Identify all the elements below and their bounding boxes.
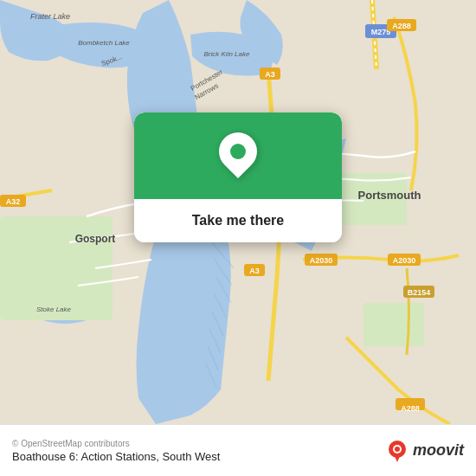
svg-text:Frater Lake: Frater Lake — [30, 12, 70, 21]
moovit-brand-text: moovit — [413, 441, 464, 460]
svg-text:A32: A32 — [6, 197, 21, 206]
popup-header — [134, 113, 342, 199]
location-pin-container — [219, 132, 257, 179]
location-pin-dot — [230, 144, 246, 159]
svg-text:Portsmouth: Portsmouth — [358, 189, 421, 202]
bottom-info: © OpenStreetMap contributors Boathouse 6… — [12, 439, 220, 463]
map-container[interactable]: M275 A3 A3 A3 A288 A288 A2030 A2030 A32 … — [0, 0, 476, 424]
svg-text:Bombketch Lake: Bombketch Lake — [78, 39, 130, 47]
destination-label: Boathouse 6: Action Stations, South West — [12, 450, 220, 463]
svg-rect-3 — [363, 303, 424, 346]
svg-text:A2030: A2030 — [393, 256, 416, 265]
moovit-icon — [385, 439, 409, 463]
navigation-popup: Take me there — [134, 113, 342, 242]
svg-text:B2154: B2154 — [408, 288, 431, 297]
bottom-bar: © OpenStreetMap contributors Boathouse 6… — [0, 424, 476, 476]
svg-text:A288: A288 — [401, 404, 420, 413]
svg-text:A2030: A2030 — [310, 256, 333, 265]
svg-text:Brick Kiln Lake: Brick Kiln Lake — [204, 50, 250, 58]
svg-text:Gosport: Gosport — [75, 233, 116, 245]
svg-text:A3: A3 — [249, 267, 260, 275]
osm-attribution: © OpenStreetMap contributors — [12, 439, 220, 448]
take-me-there-button[interactable]: Take me there — [134, 199, 342, 242]
svg-text:Stoke Lake: Stoke Lake — [36, 306, 72, 313]
location-pin-icon — [211, 125, 265, 178]
svg-marker-42 — [394, 454, 401, 462]
svg-text:A3: A3 — [265, 70, 275, 79]
moovit-logo: moovit — [385, 439, 464, 463]
svg-text:A288: A288 — [392, 22, 411, 30]
svg-point-44 — [395, 447, 400, 452]
